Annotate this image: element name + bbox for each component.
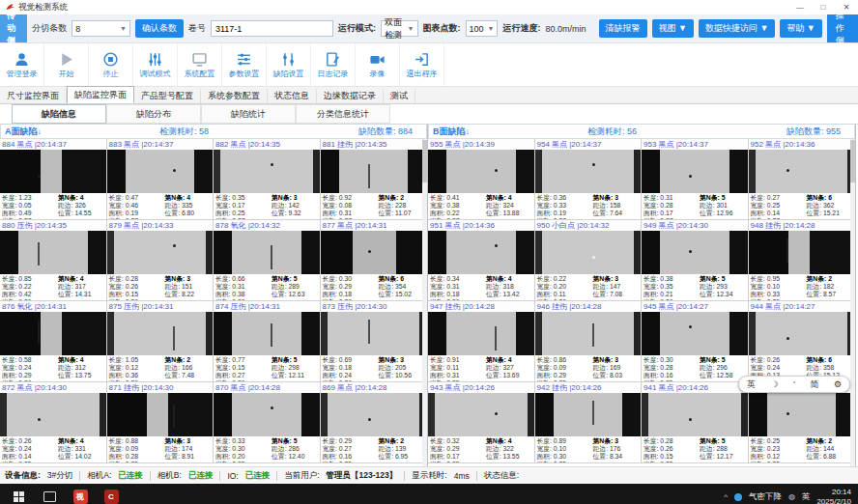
defect-image[interactable] [749,231,855,274]
run-mode-select[interactable]: 双面检测 ▼ [381,20,418,37]
tile-header[interactable]: 878 氧化 |20:14:32 [214,220,320,231]
defect-image[interactable] [214,312,320,355]
main-tab-1[interactable]: 缺陷监控界面 [67,86,134,103]
defect-tile[interactable]: 940 黑点 |20:14:26长度: 0.25宽度: 0.23面积: 0.12… [749,382,856,463]
minimize-button[interactable]: — [788,0,812,14]
defect-tile[interactable]: 943 黑点 |20:14:26长度: 0.32宽度: 0.29面积: 0.17… [428,382,535,463]
defect-image[interactable] [107,150,214,193]
tray-volume-icon[interactable]: ◍ [788,492,795,501]
main-tab-2[interactable]: 产品型号配置 [134,89,201,103]
defect-tile[interactable]: 872 黑点 |20:14:30长度: 0.26宽度: 0.24面积: 0.14… [0,382,107,463]
toolbar-button-monitor[interactable]: 系统配置 [178,43,222,86]
defect-tile[interactable]: 873 压伤 |20:14:30长度: 0.69宽度: 0.18面积: 0.24… [321,301,428,382]
defect-image[interactable] [428,393,534,436]
defect-tile[interactable]: 941 黑点 |20:14:26长度: 0.28宽度: 0.26面积: 0.15… [642,382,749,463]
defect-image[interactable] [749,312,855,355]
scrollbar[interactable] [422,139,427,466]
tile-header[interactable]: 945 黑点 |20:14:27 [642,301,748,312]
tile-header[interactable]: 875 压伤 |20:14:31 [107,301,214,312]
scrollbar-thumb[interactable] [422,140,427,182]
defect-image[interactable] [642,231,748,274]
tile-header[interactable]: 941 黑点 |20:14:26 [642,382,748,393]
defect-tile[interactable]: 945 黑点 |20:14:27长度: 0.30宽度: 0.28面积: 0.16… [642,301,749,382]
toolbar-button-log[interactable]: 日志记录 [311,43,356,86]
tray-notification-icon[interactable] [734,493,742,501]
defect-tile[interactable]: 942 挂伤 |20:14:26长度: 0.89宽度: 0.10面积: 0.30… [535,382,643,463]
defect-image[interactable] [642,393,748,436]
defect-tile[interactable]: 946 挂伤 |20:14:28长度: 0.86宽度: 0.09面积: 0.29… [535,301,643,382]
defect-image[interactable] [535,393,642,436]
defect-image[interactable] [214,150,320,193]
defect-image[interactable] [321,393,427,436]
tile-header[interactable]: 881 挂伤 |20:14:35 [321,139,427,150]
taskbar-clock[interactable]: 20:14 2025/2/10 [816,488,851,504]
tile-header[interactable]: 879 黑点 |20:14:33 [107,220,214,231]
toolbar-button-camera[interactable]: 录像 [356,43,400,86]
task-view-button[interactable] [35,484,64,504]
tile-header[interactable]: 884 黑点 |20:14:37 [0,139,106,150]
tile-header[interactable]: 948 挂伤 |20:14:28 [749,220,855,231]
defect-image[interactable] [749,150,855,193]
tile-header[interactable]: 943 黑点 |20:14:26 [428,382,534,393]
tray-expand-chevron-icon[interactable]: ^ [724,492,728,501]
maximize-button[interactable]: □ [812,0,835,14]
sub-tab-0[interactable]: 缺陷信息 [12,104,106,124]
defect-tile[interactable]: 955 黑点 |20:14:39长度: 0.41宽度: 0.38面积: 0.22… [428,139,535,220]
tile-header[interactable]: 951 黑点 |20:14:36 [428,220,534,231]
defect-image[interactable] [749,393,855,436]
defect-image[interactable] [642,150,748,193]
tile-header[interactable]: 944 黑点 |20:14:27 [749,301,855,312]
ime-lang-toggle[interactable]: 英 [747,378,756,391]
sub-tab-2[interactable]: 缺陷统计 [201,104,296,124]
taskbar-app-1[interactable]: 视 [66,484,95,504]
defect-image[interactable] [535,150,642,193]
scrollbar[interactable] [850,139,855,466]
tile-header[interactable]: 946 挂伤 |20:14:28 [535,301,642,312]
defect-image[interactable] [107,312,214,355]
confirm-strip-button[interactable]: 确认条数 [135,19,184,38]
tile-header[interactable]: 953 黑点 |20:14:37 [642,139,748,150]
defect-image[interactable] [107,231,214,274]
tile-header[interactable]: 882 黑点 |20:14:35 [214,139,320,150]
main-tab-6[interactable]: 测试 [384,89,415,103]
start-button[interactable] [4,484,33,504]
defect-tile[interactable]: 944 黑点 |20:14:27长度: 0.26宽度: 0.24面积: 0.13… [749,301,856,382]
tile-header[interactable]: 883 黑点 |20:14:37 [107,139,214,150]
tile-header[interactable]: 954 黑点 |20:14:37 [535,139,642,150]
defect-image[interactable] [535,312,642,355]
tile-header[interactable]: 873 压伤 |20:14:30 [321,301,427,312]
tile-header[interactable]: 872 黑点 |20:14:30 [0,382,106,393]
defect-tile[interactable]: 878 氧化 |20:14:32长度: 0.66宽度: 0.31面积: 0.38… [214,220,321,301]
roll-number-input[interactable] [211,20,333,37]
ime-moon-icon[interactable]: ☽ [770,379,778,389]
defect-image[interactable] [321,231,427,274]
ime-settings-icon[interactable]: ⚙ [834,379,842,389]
tile-header[interactable]: 880 压伤 |20:14:35 [0,220,106,231]
taskbar-app-2[interactable]: C [97,484,126,504]
tile-header[interactable]: 871 挂伤 |20:14:30 [107,382,214,393]
main-tab-5[interactable]: 边缘数据记录 [317,89,384,103]
toolbar-button-vslide[interactable]: 缺陷设置 [267,43,311,86]
toolbar-button-tune[interactable]: 调试模式 [133,43,178,86]
tile-header[interactable]: 952 黑点 |20:14:36 [749,139,855,150]
defect-image[interactable] [0,393,106,436]
ime-simplified-toggle[interactable]: 简 [810,378,818,391]
defect-image[interactable] [642,312,748,355]
defect-tile[interactable]: 947 挂伤 |20:14:28长度: 0.91宽度: 0.11面积: 0.31… [428,301,535,382]
defect-image[interactable] [107,393,214,436]
clear-alarm-button[interactable]: 清缺报警 [599,19,647,38]
toolbar-button-play[interactable]: 开始 [44,43,89,86]
toolbar-button-exit[interactable]: 退出程序 [400,43,444,86]
tile-header[interactable]: 955 黑点 |20:14:39 [428,139,534,150]
defect-tile[interactable]: 951 黑点 |20:14:36长度: 0.34宽度: 0.31面积: 0.18… [428,220,535,301]
tile-header[interactable]: 947 挂伤 |20:14:28 [428,301,534,312]
toolbar-button-stop[interactable]: 停止 [89,43,133,86]
tile-header[interactable]: 869 黑点 |20:14:28 [321,382,427,393]
tile-header[interactable]: 874 压伤 |20:14:31 [214,301,320,312]
defect-image[interactable] [428,150,534,193]
defect-tile[interactable]: 953 黑点 |20:14:37长度: 0.31宽度: 0.28面积: 0.17… [642,139,749,220]
tile-header[interactable]: 877 黑点 |20:14:31 [321,220,427,231]
sub-tab-3[interactable]: 分类信息统计 [296,104,390,124]
defect-image[interactable] [0,150,106,193]
defect-tile[interactable]: 876 氧化 |20:14:31长度: 0.58宽度: 0.24面积: 0.29… [0,301,107,382]
